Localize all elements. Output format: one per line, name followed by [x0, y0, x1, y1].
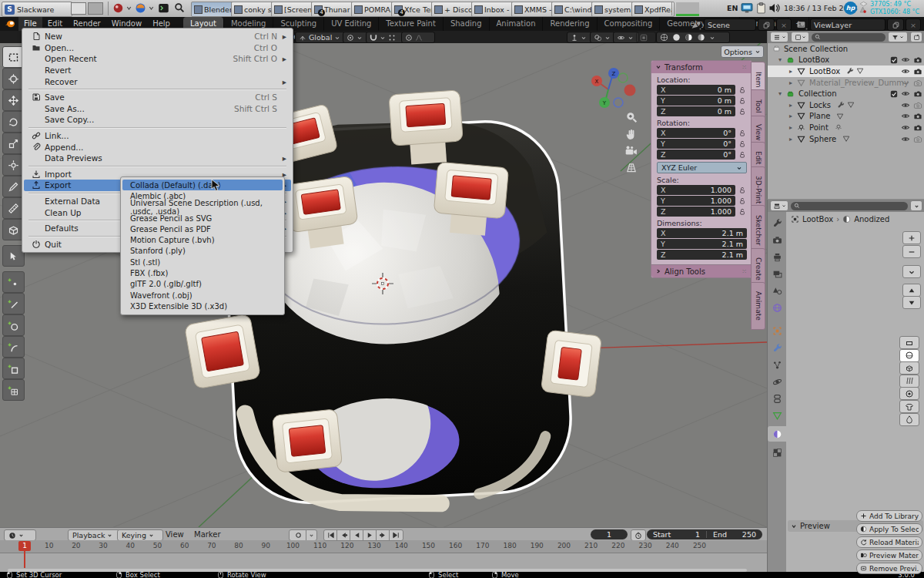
- tool-add-box[interactable]: [2, 358, 25, 379]
- export-menu-item-grease-pencil-as-pdf[interactable]: Grease Pencil as PDF: [122, 223, 283, 234]
- disclosure-icon[interactable]: ▸: [789, 68, 797, 75]
- preview-type-fluid-button[interactable]: [899, 413, 919, 426]
- transform-value-field[interactable]: X0 m: [657, 85, 735, 95]
- timeline-view-menu[interactable]: View: [166, 530, 184, 539]
- file-menu-item-save-as-[interactable]: Save As...Shift Ctrl S: [24, 103, 291, 115]
- lock-icon[interactable]: [738, 207, 747, 216]
- slot-specials-button[interactable]: [902, 265, 921, 278]
- timeline-editor-type-button[interactable]: [4, 529, 36, 541]
- camera-view-icon[interactable]: [624, 145, 638, 156]
- keying-menu[interactable]: Keying: [117, 529, 163, 541]
- file-menu-item-recover[interactable]: Recover▸: [24, 76, 291, 87]
- tab-compositing[interactable]: Compositing: [598, 17, 661, 31]
- disclosure-icon[interactable]: ▾: [778, 56, 786, 63]
- proportional-editing-controls[interactable]: [401, 32, 435, 43]
- clipboard-tray-icon[interactable]: [756, 2, 766, 14]
- properties-tab-material-icon[interactable]: [768, 426, 786, 442]
- file-menu-item-open-recent[interactable]: Open RecentShift Ctrl O▸: [24, 53, 291, 65]
- properties-tab-modifier-icon[interactable]: [768, 340, 786, 355]
- navigation-gizmo[interactable]: X Z Y: [587, 66, 636, 113]
- preview-type-shaderball-button[interactable]: [899, 387, 919, 400]
- playhead-frame-tag[interactable]: 1: [18, 541, 31, 551]
- export-menu-item-stanford-ply-[interactable]: Stanford (.ply): [122, 246, 283, 257]
- layers-tray-icon[interactable]: [859, 1, 868, 7]
- preview-type-sphere-button[interactable]: [899, 349, 919, 362]
- tool-add-arc[interactable]: [2, 336, 25, 358]
- lock-icon[interactable]: [738, 186, 747, 194]
- remove-material-slot-button[interactable]: [902, 245, 921, 258]
- transform-value-field[interactable]: Z2.1 m: [657, 250, 747, 260]
- snapping-controls[interactable]: [366, 32, 404, 43]
- library-preview-mater--button[interactable]: Preview Mater...: [856, 549, 922, 561]
- lock-icon[interactable]: [738, 197, 747, 205]
- taskbar-window-4[interactable]: POMRA...: [351, 2, 394, 17]
- auto-keying-record-button[interactable]: [289, 529, 307, 541]
- perspective-toggle-icon[interactable]: [625, 162, 638, 173]
- library-reload-material-button[interactable]: Reload Material: [856, 536, 922, 548]
- library-add-to-library-button[interactable]: Add To Library: [856, 510, 922, 522]
- timeline-track-area[interactable]: [0, 553, 767, 568]
- export-menu-item-grease-pencil-as-svg[interactable]: Grease Pencil as SVG: [122, 213, 283, 223]
- render-camera-icon[interactable]: [913, 123, 922, 132]
- render-camera-icon[interactable]: [913, 135, 922, 143]
- preview-type-cloth-button[interactable]: [899, 400, 919, 413]
- transform-value-field[interactable]: Z0 m: [657, 106, 735, 116]
- timeline-marker-menu[interactable]: Marker: [194, 530, 221, 539]
- tray-monitor-widget[interactable]: [676, 2, 699, 16]
- scene-unlink-button[interactable]: ×: [776, 18, 792, 31]
- taskbar-window-0[interactable]: Blender*...: [191, 2, 234, 17]
- properties-search-field[interactable]: [791, 202, 908, 210]
- tool-add-line[interactable]: [2, 293, 25, 314]
- outliner-row-scene-collection[interactable]: Scene Collection: [768, 43, 924, 55]
- properties-tab-world-icon[interactable]: [768, 300, 786, 315]
- rotation-mode-dropdown[interactable]: XYZ Euler: [657, 162, 747, 173]
- outliner-row-locks[interactable]: ▸Locks: [768, 99, 924, 111]
- taskbar-window-6[interactable]: + Discor...: [431, 2, 474, 17]
- collection-checkbox[interactable]: [890, 56, 898, 64]
- render-camera-icon[interactable]: [913, 112, 922, 120]
- viewlayer-name-field[interactable]: ViewLayer: [810, 18, 886, 31]
- properties-tab-texture-icon[interactable]: [768, 445, 786, 460]
- viewlayer-browse-icon[interactable]: [796, 20, 808, 30]
- outliner-row-plane[interactable]: ▸Plane: [768, 111, 924, 123]
- library-remove-previ--button[interactable]: Remove Previ...: [856, 563, 922, 574]
- terminal-app-icon[interactable]: [158, 2, 169, 14]
- export-menu-item-x3d-extensible-3d-x3d-[interactable]: X3D Extensible 3D (.x3d): [122, 301, 283, 311]
- lock-icon[interactable]: [738, 86, 747, 94]
- browser-chevron-icon[interactable]: [148, 5, 155, 12]
- transform-panel-header[interactable]: Transform ⁙: [651, 61, 752, 73]
- viewport-options-button[interactable]: Options: [721, 45, 764, 58]
- viewlayer-copy-button[interactable]: [887, 18, 904, 31]
- current-frame-field[interactable]: 1: [591, 529, 628, 539]
- scene-name-field[interactable]: Scene: [704, 18, 756, 31]
- tab-shading[interactable]: Shading: [444, 17, 490, 31]
- move-slot-down-button[interactable]: [902, 296, 921, 309]
- file-menu-item-link-[interactable]: Link...: [24, 130, 291, 142]
- browser-app-icon[interactable]: [135, 2, 146, 14]
- export-menu-item-stl-stl-[interactable]: Stl (.stl): [122, 257, 283, 267]
- file-menu-item-append-[interactable]: Append...: [24, 141, 291, 153]
- properties-editor-type-button[interactable]: [770, 200, 788, 211]
- properties-tab-object-icon[interactable]: [768, 323, 786, 338]
- outliner-row-collection[interactable]: ▾Collection: [768, 88, 924, 99]
- tab-rendering[interactable]: Rendering: [543, 17, 597, 31]
- lock-icon[interactable]: [738, 129, 747, 137]
- timeline-ruler[interactable]: 1102030405060708090100110120130140150160…: [0, 540, 767, 553]
- properties-tab-tool-icon[interactable]: [768, 215, 786, 230]
- display-tray-icon[interactable]: [741, 2, 753, 14]
- outliner-row-material-preview-dummy[interactable]: ▸Material_Preview_Dummy: [768, 77, 924, 89]
- visibility-dropdown[interactable]: [613, 32, 639, 43]
- file-menu-item-new[interactable]: NewCtrl N▸: [24, 31, 291, 42]
- transform-value-field[interactable]: Y0°: [657, 139, 735, 149]
- lock-icon[interactable]: [738, 139, 747, 148]
- file-menu-item-save[interactable]: SaveCtrl S: [24, 92, 291, 103]
- properties-options-button[interactable]: [910, 200, 922, 211]
- transform-value-field[interactable]: Y0 m: [657, 96, 735, 106]
- taskbar-window-5[interactable]: Xfce Ter...4: [391, 2, 434, 17]
- jump-end-button[interactable]: [389, 529, 403, 541]
- properties-tab-render-icon[interactable]: [768, 232, 786, 247]
- tab-uv-editing[interactable]: UV Editing: [324, 17, 379, 31]
- properties-tab-particles-icon[interactable]: [768, 357, 786, 372]
- move-slot-up-button[interactable]: [902, 284, 921, 297]
- overlays-dropdown[interactable]: [590, 32, 616, 43]
